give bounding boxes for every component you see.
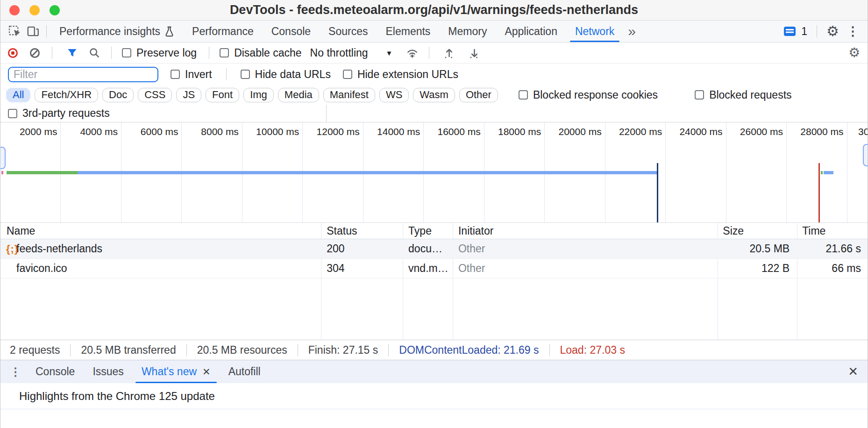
request-type-chip[interactable]: Media xyxy=(278,88,319,102)
summary-item: Load: 27.03 s xyxy=(549,344,635,357)
request-name: feeds-netherlands xyxy=(16,243,102,255)
cell-name: favicon.ico xyxy=(0,262,320,275)
panel-tab[interactable]: Performance xyxy=(183,21,263,42)
drawer-tab[interactable]: What's new ✕ xyxy=(133,360,220,383)
flask-icon xyxy=(164,26,174,37)
request-type-chip[interactable]: All xyxy=(6,88,30,102)
table-row[interactable]: {;} feeds-netherlands 200 docu… Other 20… xyxy=(0,239,868,259)
timeline-tick-label: 20000 ms xyxy=(545,122,605,137)
drawer-tab[interactable]: Console xyxy=(27,360,84,383)
request-type-chip[interactable]: WS xyxy=(379,88,409,102)
hide-data-urls-checkbox[interactable]: Hide data URLs xyxy=(241,68,331,81)
checkbox-box xyxy=(519,90,528,100)
blocked-response-cookies-label: Blocked response cookies xyxy=(533,89,658,101)
preserve-log-checkbox[interactable]: Preserve log xyxy=(122,47,197,59)
request-type-chips: All Fetch/XHR Doc CSS JS Font Img Media … xyxy=(6,88,498,102)
drawer-tab[interactable]: Autofill xyxy=(220,360,270,383)
filter-toggle-button[interactable] xyxy=(63,43,81,62)
timeline-tick-label: 6000 ms xyxy=(121,122,181,137)
request-type-chip[interactable]: Other xyxy=(459,88,498,102)
table-row[interactable]: favicon.ico 304 vnd.m… Other 122 B 66 ms xyxy=(0,259,868,278)
checkbox-box xyxy=(171,70,180,79)
panel-tab[interactable]: Performance insights xyxy=(50,21,183,42)
invert-checkbox[interactable]: Invert xyxy=(171,68,212,81)
kebab-menu-icon[interactable]: ⋮ xyxy=(845,25,861,38)
panel-tab[interactable]: Console xyxy=(263,21,320,42)
summary-item: DOMContentLoaded: 21.69 s xyxy=(388,344,549,357)
divider xyxy=(209,47,209,59)
timeline-tick-label: 26000 ms xyxy=(726,122,786,137)
checkbox-box xyxy=(122,48,131,57)
network-settings-gear-icon[interactable]: ⚙ xyxy=(848,46,860,59)
close-tab-icon[interactable]: ✕ xyxy=(202,366,211,378)
blocked-requests-checkbox[interactable]: Blocked requests xyxy=(695,89,791,101)
record-network-log-button[interactable] xyxy=(8,48,18,58)
more-tabs-button[interactable]: » xyxy=(623,23,640,39)
drawer-tab[interactable]: Issues xyxy=(84,360,132,383)
panel-tab-label: Performance xyxy=(192,25,254,38)
drawer-tab-label: What's new xyxy=(142,365,197,378)
request-type-chip[interactable]: Manifest xyxy=(323,88,375,102)
overview-left-handle[interactable] xyxy=(0,147,6,169)
third-party-requests-checkbox[interactable]: 3rd-party requests xyxy=(8,107,110,120)
wifi-gear-icon xyxy=(406,47,419,58)
request-type-chip[interactable]: Wasm xyxy=(413,88,455,102)
timeline-tick-label: 22000 ms xyxy=(605,122,665,137)
upload-arrow-icon xyxy=(443,47,455,59)
column-header[interactable]: Size xyxy=(717,225,796,237)
throttling-select[interactable]: No throttling ▼ xyxy=(310,47,393,59)
settings-gear-icon[interactable]: ⚙ xyxy=(826,24,839,38)
cell-size: 20.5 MB xyxy=(717,243,796,255)
panel-tab[interactable]: Sources xyxy=(320,21,377,42)
panel-tab[interactable]: Application xyxy=(496,21,566,42)
cell-name: {;} feeds-netherlands xyxy=(0,243,320,255)
timeline-tick-label: 2000 ms xyxy=(0,122,60,137)
preserve-log-label: Preserve log xyxy=(136,47,197,59)
load-event-marker xyxy=(818,163,820,222)
overview-right-handle[interactable] xyxy=(863,144,868,166)
network-summary-bar: 2 requests 20.5 MB transferred 20.5 MB r… xyxy=(0,340,868,360)
request-type-chip[interactable]: JS xyxy=(176,88,201,102)
third-party-filter-row: 3rd-party requests xyxy=(0,105,868,122)
feedback-messages-icon[interactable] xyxy=(784,27,796,36)
timeline-cell: 28000 ms xyxy=(787,122,847,222)
window-title: DevTools - feeds.meteoalarm.org/api/v1/w… xyxy=(0,3,868,17)
inspect-element-button[interactable] xyxy=(5,22,24,41)
column-header[interactable]: Name xyxy=(0,225,320,237)
column-header[interactable]: Time xyxy=(796,225,868,237)
request-type-chip[interactable]: CSS xyxy=(138,88,172,102)
request-type-chip[interactable]: Img xyxy=(243,88,274,102)
network-conditions-button[interactable] xyxy=(403,43,421,62)
import-har-button[interactable] xyxy=(440,43,458,62)
search-button[interactable] xyxy=(85,43,104,62)
inspect-cursor-icon xyxy=(8,25,21,38)
column-header[interactable]: Initiator xyxy=(452,225,717,237)
summary-item: 2 requests xyxy=(10,344,70,357)
panel-tab[interactable]: Elements xyxy=(377,21,439,42)
drawer-tab-bar: ⋮ Console Issues What's new ✕ Au xyxy=(0,360,868,383)
cell-status: 304 xyxy=(320,262,402,275)
close-drawer-icon[interactable]: ✕ xyxy=(848,364,858,379)
timeline-cell: 24000 ms xyxy=(666,122,726,222)
chevron-down-icon: ▼ xyxy=(386,49,393,57)
clear-network-log-button[interactable] xyxy=(30,48,40,58)
request-type-chip[interactable]: Font xyxy=(206,88,239,102)
funnel-icon xyxy=(67,48,78,58)
drawer-kebab-menu-icon[interactable]: ⋮ xyxy=(7,365,27,378)
export-har-button[interactable] xyxy=(465,43,484,62)
filter-input[interactable] xyxy=(8,67,158,82)
toggle-device-toolbar-button[interactable] xyxy=(24,22,43,41)
column-header[interactable]: Type xyxy=(402,225,452,237)
waterfall-waiting-bar-feeds xyxy=(7,171,78,174)
request-type-chip[interactable]: Fetch/XHR xyxy=(35,88,98,102)
divider xyxy=(817,25,817,37)
network-overview-timeline[interactable]: 2000 ms 4000 ms 6000 ms 8000 ms 10000 ms xyxy=(0,122,868,222)
request-type-chip[interactable]: Doc xyxy=(102,88,134,102)
column-header[interactable]: Status xyxy=(320,225,402,237)
blocked-response-cookies-checkbox[interactable]: Blocked response cookies xyxy=(519,89,658,101)
waterfall-download-bar-favicon xyxy=(824,171,833,174)
disable-cache-checkbox[interactable]: Disable cache xyxy=(220,47,301,59)
panel-tab[interactable]: Network xyxy=(566,21,623,42)
panel-tab[interactable]: Memory xyxy=(439,21,496,42)
hide-extension-urls-checkbox[interactable]: Hide extension URLs xyxy=(343,68,458,81)
